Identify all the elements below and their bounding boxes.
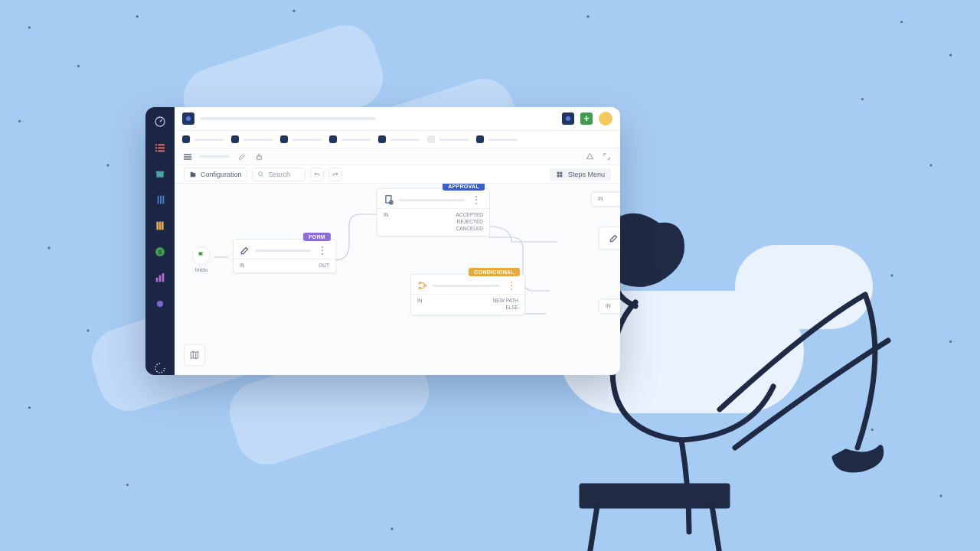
port-out[interactable]: OUT: [318, 262, 329, 269]
topbar: +: [175, 107, 620, 130]
node-menu-icon[interactable]: ⋮: [505, 281, 518, 290]
nav-money-icon[interactable]: $: [153, 245, 167, 259]
lock-icon[interactable]: [254, 152, 263, 161]
undo-button[interactable]: [310, 168, 324, 181]
nav-database-icon[interactable]: [153, 193, 167, 207]
search-input[interactable]: Search: [252, 168, 305, 181]
steps-menu-button[interactable]: Steps Menu: [550, 168, 611, 181]
app-switcher-button[interactable]: [182, 112, 194, 125]
approval-node[interactable]: APPROVAL ⋮ IN ACCEPTED REJECTED CANCELED: [377, 188, 490, 236]
svg-rect-15: [162, 222, 164, 230]
svg-rect-24: [557, 171, 560, 174]
svg-point-30: [419, 282, 420, 283]
sidebar: $: [145, 107, 175, 375]
svg-rect-13: [156, 222, 158, 230]
svg-rect-8: [155, 150, 157, 152]
edit-icon[interactable]: [237, 152, 247, 161]
port-in[interactable]: IN: [384, 211, 389, 218]
port-new-path[interactable]: NEW PATH: [493, 297, 518, 304]
tab-item[interactable]: [329, 135, 371, 143]
svg-text:$: $: [158, 249, 162, 256]
node-title-placeholder: [433, 285, 500, 287]
configuration-button[interactable]: Configuration: [184, 168, 247, 181]
start-label: Inicio: [188, 267, 215, 272]
configuration-label: Configuration: [201, 171, 242, 178]
search-placeholder: Search: [269, 171, 291, 178]
port-rejected[interactable]: REJECTED: [457, 218, 483, 225]
svg-rect-14: [159, 222, 162, 230]
node-title-placeholder: [399, 199, 465, 201]
form-tag: FORM: [303, 233, 331, 241]
port-in[interactable]: IN: [417, 297, 423, 304]
partial-node[interactable]: IN: [599, 298, 620, 314]
svg-rect-27: [560, 174, 562, 177]
svg-rect-0: [582, 486, 727, 506]
tab-item-inactive[interactable]: [427, 135, 469, 143]
warning-icon[interactable]: [585, 152, 594, 161]
approval-tag: APPROVAL: [443, 184, 485, 191]
svg-point-31: [419, 287, 420, 289]
tab-item[interactable]: [476, 135, 518, 143]
port-accepted[interactable]: ACCEPTED: [456, 211, 483, 218]
tab-item[interactable]: [231, 135, 273, 143]
nav-list-icon[interactable]: [153, 141, 167, 155]
nav-record-icon[interactable]: [153, 297, 167, 311]
svg-rect-7: [158, 147, 165, 148]
avatar[interactable]: [599, 112, 612, 126]
nav-dashboard-icon[interactable]: [153, 115, 167, 129]
add-button[interactable]: +: [580, 112, 593, 125]
edit-icon: [609, 233, 619, 243]
nav-analytics-icon[interactable]: [153, 271, 167, 285]
svg-rect-10: [158, 196, 159, 204]
form-node[interactable]: FORM ⋮ IN OUT: [233, 239, 336, 273]
port-else[interactable]: ELSE: [505, 304, 518, 311]
port-in[interactable]: IN: [598, 195, 603, 202]
svg-rect-26: [557, 174, 560, 177]
tab-item[interactable]: [280, 135, 322, 143]
conditional-tag: CONDICIONAL: [469, 268, 520, 276]
document-check-icon: [384, 194, 394, 205]
conditional-node[interactable]: CONDICIONAL ⋮ IN NEW PATH ELSE: [410, 274, 525, 315]
svg-rect-25: [560, 171, 562, 174]
tab-item[interactable]: [182, 135, 224, 143]
svg-rect-28: [386, 196, 391, 203]
start-node[interactable]: Inicio: [188, 246, 215, 272]
node-menu-icon[interactable]: ⋮: [469, 195, 483, 204]
tab-item[interactable]: [378, 135, 420, 143]
port-in[interactable]: IN: [606, 302, 611, 309]
port-in[interactable]: IN: [240, 262, 245, 269]
redo-button[interactable]: [328, 168, 342, 181]
partial-node-edit[interactable]: [599, 227, 620, 249]
svg-line-2: [712, 506, 720, 551]
branch-icon: [417, 280, 428, 291]
partial-node[interactable]: IN: [591, 191, 620, 207]
workflow-canvas[interactable]: Inicio FORM ⋮ IN OUT APPROVAL: [175, 184, 620, 375]
svg-rect-19: [159, 276, 162, 282]
svg-point-21: [157, 301, 163, 307]
nav-logo-icon[interactable]: [153, 361, 167, 375]
svg-rect-6: [155, 147, 157, 148]
svg-rect-5: [158, 144, 165, 145]
subbar: [175, 148, 620, 165]
title-placeholder: [199, 155, 230, 158]
app-window: $ +: [145, 107, 620, 375]
minimap-button[interactable]: [184, 344, 205, 366]
svg-rect-20: [162, 273, 165, 282]
main: + Configuration: [175, 107, 620, 375]
menu-icon[interactable]: [184, 154, 191, 160]
svg-rect-4: [155, 144, 157, 145]
expand-icon[interactable]: [602, 152, 611, 161]
edit-icon: [240, 245, 250, 256]
flag-icon: [192, 246, 211, 265]
nav-book-icon[interactable]: [153, 219, 167, 233]
node-title-placeholder: [255, 249, 311, 252]
breadcrumb-placeholder: [201, 117, 375, 120]
svg-rect-9: [158, 150, 165, 152]
node-menu-icon[interactable]: ⋮: [315, 246, 329, 255]
svg-rect-11: [160, 196, 162, 204]
port-canceled[interactable]: CANCELED: [456, 225, 483, 232]
svg-point-23: [258, 171, 262, 175]
notifications-button[interactable]: [562, 112, 574, 125]
nav-archive-icon[interactable]: [153, 167, 167, 181]
svg-rect-18: [156, 278, 158, 282]
